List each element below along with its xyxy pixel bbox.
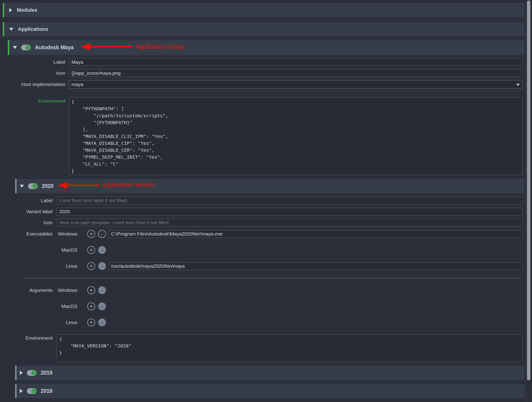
toggle-knob-icon [31,370,36,375]
arguments-windows-row: Arguments Windows + - [15,286,523,294]
arguments-label: Arguments [15,287,57,293]
version-2020-header[interactable]: 2020 [15,179,524,193]
version-environment-row: Environment { "MAYA_VERSION": "2020" } [15,334,523,362]
arguments-macos-row: MacOS + - [15,302,523,311]
version-2019-title: 2019 [41,370,52,376]
executables-linux-row: Linux + - [15,262,523,270]
version-environment-json-editor[interactable]: { "MAYA_VERSION": "2020" } [57,334,523,362]
linux-label: Linux [57,320,87,325]
modules-section-header[interactable]: Modules [3,3,524,17]
version-2018-enabled-toggle[interactable] [27,388,37,394]
label-input[interactable] [69,58,523,66]
macos-label: MacOS [57,304,87,309]
version-2020-section: 2020 Label Variant label Icon [15,179,524,362]
collapse-down-icon[interactable] [9,28,13,31]
maya-application-group: Autodesk Maya Label Icon Host implementa… [8,40,524,398]
variant-label-input[interactable] [57,208,523,215]
label-field-label: Label [8,59,69,65]
add-executable-linux-button[interactable]: + [87,262,95,270]
maya-group-body: Label Icon Host implementation maya Envi… [8,55,524,175]
applications-section-header[interactable]: Applications [3,22,524,36]
version-environment-label: Environment [15,334,57,341]
add-executable-macos-button[interactable]: + [87,246,95,254]
expand-right-icon[interactable] [9,8,12,12]
version-label-row: Label [15,197,523,204]
toggle-knob-icon [25,45,30,50]
collapse-down-icon[interactable] [13,46,17,49]
expand-right-icon[interactable] [20,389,23,393]
version-2019-enabled-toggle[interactable] [27,370,37,376]
icon-field-label: Icon [8,70,69,76]
host-implementation-row: Host implementation maya [8,80,523,89]
dropdown-arrow-icon [516,84,519,86]
icon-field-row: Icon [8,69,523,77]
add-argument-macos-button[interactable]: + [87,302,95,310]
label-field-row: Label [8,58,523,66]
executable-windows-input[interactable] [108,230,523,238]
executable-linux-input[interactable] [108,262,523,270]
executables-macos-row: MacOS + - [15,246,523,254]
windows-label: Windows [57,231,87,237]
version-icon-input[interactable] [57,219,523,226]
add-executable-windows-button[interactable]: + [87,230,95,238]
version-2020-title: 2020 [42,183,54,189]
version-label-label: Label [15,198,57,203]
windows-label: Windows [57,287,87,293]
maya-group-header[interactable]: Autodesk Maya [8,40,524,55]
version-2019-section: 2019 [15,366,524,380]
modules-section-title: Modules [17,7,37,13]
icon-input[interactable] [69,69,523,77]
macos-label: MacOS [57,247,87,253]
applications-body: Autodesk Maya Label Icon Host implementa… [3,36,524,398]
version-label-input[interactable] [57,197,523,204]
version-2018-header[interactable]: 2018 [15,384,524,398]
remove-argument-linux-button[interactable]: - [98,318,106,326]
version-2018-title: 2018 [41,388,52,394]
version-2019-header[interactable]: 2019 [15,366,524,380]
version-2018-section: 2018 [15,384,524,398]
host-implementation-select[interactable]: maya [69,80,523,89]
add-argument-windows-button[interactable]: + [87,286,95,294]
collapse-down-icon[interactable] [20,185,24,188]
add-argument-linux-button[interactable]: + [87,318,95,326]
host-implementation-label: Host implementation [8,82,69,87]
toggle-knob-icon [31,389,36,394]
vertical-scrollbar-track[interactable] [526,0,532,402]
version-icon-label: Icon [15,220,57,225]
version-2020-enabled-toggle[interactable] [28,183,38,189]
remove-executable-macos-button[interactable]: - [98,246,106,254]
section-divider [24,278,520,279]
maya-enabled-toggle[interactable] [21,45,31,50]
environment-row: Environment { "PYTHONPATH": [ "//path/to… [8,97,523,175]
variant-label-row: Variant label [15,208,523,215]
remove-executable-linux-button[interactable]: - [98,262,106,270]
executables-windows-row: Executables Windows + - [15,230,523,238]
maya-group-title: Autodesk Maya [35,44,74,51]
settings-content: Modules Applications Autodesk Maya Label… [0,0,526,402]
version-2020-body: Label Variant label Icon Executables [15,193,524,362]
toggle-knob-icon [32,184,37,188]
arguments-linux-row: Linux + - [15,318,523,327]
executables-label: Executables [15,231,57,237]
version-icon-row: Icon [15,219,523,226]
host-implementation-value: maya [71,82,83,87]
environment-json-editor[interactable]: { "PYTHONPATH": [ "//path/to/custom/scri… [69,97,523,175]
linux-label: Linux [57,263,87,269]
variant-label-label: Variant label [15,209,57,214]
remove-argument-windows-button[interactable]: - [98,286,106,294]
applications-section-title: Applications [18,26,48,32]
remove-executable-windows-button[interactable]: - [98,230,106,238]
expand-right-icon[interactable] [20,371,23,375]
vertical-scrollbar-thumb[interactable] [527,0,530,380]
remove-argument-macos-button[interactable]: - [98,302,106,310]
environment-label: Environment [8,97,69,104]
